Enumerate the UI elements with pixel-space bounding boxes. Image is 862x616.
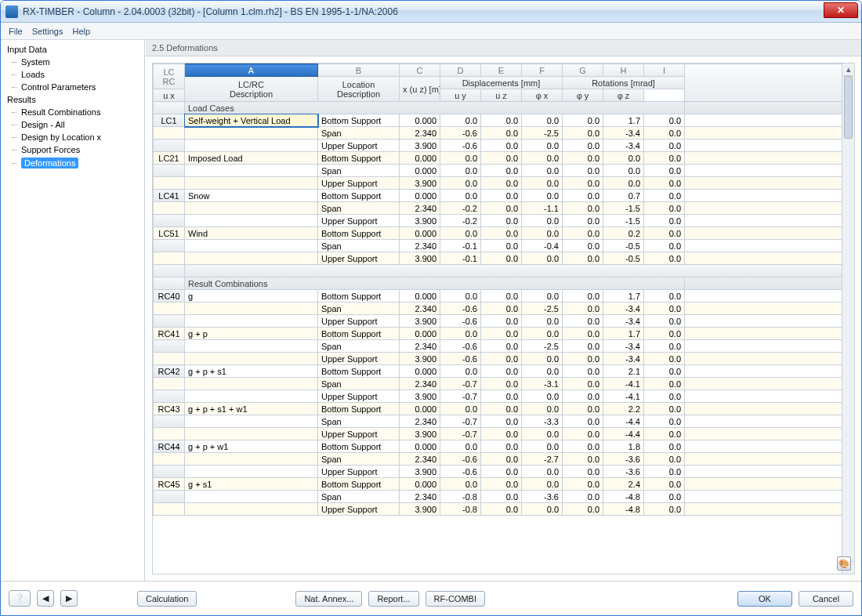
table-row[interactable]: Span2.340-0.80.0-3.60.0-4.80.0 (154, 491, 854, 503)
cell-lc[interactable] (154, 202, 185, 215)
col-letter-h[interactable]: H (603, 64, 644, 77)
cell-loc[interactable]: Bottom Support (318, 152, 400, 165)
cell-desc[interactable] (185, 215, 318, 227)
cell-ux[interactable]: -0.8 (440, 491, 481, 503)
cell-phy[interactable]: 1.7 (603, 114, 644, 127)
cell-phx[interactable]: 0.0 (563, 202, 603, 215)
cell-desc[interactable] (185, 453, 318, 466)
table-row[interactable]: Upper Support3.900-0.60.00.00.0-3.60.0 (154, 466, 854, 478)
cell-uy[interactable]: 0.0 (481, 466, 522, 478)
cell-phz[interactable]: 0.0 (644, 503, 685, 516)
table-row[interactable]: Upper Support3.900-0.20.00.00.0-1.50.0 (154, 215, 854, 227)
cell-phy[interactable]: -4.4 (603, 428, 644, 440)
cell-phy[interactable]: -4.1 (603, 390, 644, 403)
cell-x[interactable]: 0.000 (400, 290, 440, 303)
cell-phz[interactable]: 0.0 (644, 328, 685, 340)
table-row[interactable]: Span0.0000.00.00.00.00.00.0 (154, 165, 854, 177)
cell-lc[interactable] (154, 140, 185, 152)
menu-settings[interactable]: Settings (32, 27, 63, 36)
cell-lc[interactable]: RC42 (154, 365, 185, 378)
nav-design-all[interactable]: Design - All (2, 118, 143, 131)
col-x[interactable]: x (u z) [m] (400, 77, 440, 102)
cell-uy[interactable]: 0.0 (481, 140, 522, 152)
cell-phx[interactable]: 0.0 (563, 491, 603, 503)
cell-uy[interactable]: 0.0 (481, 240, 522, 252)
cell-phy[interactable]: -3.4 (603, 140, 644, 152)
cell-loc[interactable]: Upper Support (318, 315, 400, 328)
cell-phy[interactable]: -4.4 (603, 415, 644, 428)
cell-uz[interactable]: 0.0 (522, 365, 563, 378)
table-row[interactable]: RC45g + s1Bottom Support0.0000.00.00.00.… (154, 478, 854, 491)
col-lcrc[interactable]: LCRC (154, 64, 185, 89)
cell-phz[interactable]: 0.0 (644, 140, 685, 152)
cell-uz[interactable]: 0.0 (522, 114, 563, 127)
cell-lc[interactable] (154, 503, 185, 516)
cell-uy[interactable]: 0.0 (481, 453, 522, 466)
cell-desc[interactable] (185, 303, 318, 315)
cell-x[interactable]: 3.900 (400, 466, 440, 478)
cell-phy[interactable]: -0.5 (603, 240, 644, 252)
cell-lc[interactable] (154, 315, 185, 328)
cell-x[interactable]: 2.340 (400, 453, 440, 466)
cell-phy[interactable]: -4.1 (603, 378, 644, 390)
cell-uz[interactable]: 0.0 (522, 428, 563, 440)
cell-ux[interactable]: 0.0 (440, 177, 481, 190)
cell-uz[interactable]: 0.0 (522, 353, 563, 365)
cell-uy[interactable]: 0.0 (481, 202, 522, 215)
cell-phx[interactable]: 0.0 (563, 303, 603, 315)
cell-phy[interactable]: -4.8 (603, 503, 644, 516)
vertical-scrollbar[interactable]: ▴ ▾ (842, 63, 854, 574)
table-row[interactable]: Upper Support3.900-0.70.00.00.0-4.40.0 (154, 428, 854, 440)
cell-uy[interactable]: 0.0 (481, 290, 522, 303)
cell-uy[interactable]: 0.0 (481, 190, 522, 202)
cell-loc[interactable]: Bottom Support (318, 365, 400, 378)
cell-uy[interactable]: 0.0 (481, 215, 522, 227)
cell-x[interactable]: 3.900 (400, 315, 440, 328)
cell-lc[interactable]: RC41 (154, 328, 185, 340)
cell-lc[interactable]: LC51 (154, 227, 185, 240)
cell-x[interactable]: 0.000 (400, 152, 440, 165)
cell-loc[interactable]: Bottom Support (318, 440, 400, 453)
cell-loc[interactable]: Bottom Support (318, 114, 400, 127)
cell-desc[interactable] (185, 503, 318, 516)
cell-x[interactable]: 0.000 (400, 478, 440, 491)
cell-lc[interactable] (154, 127, 185, 140)
cell-x[interactable]: 2.340 (400, 240, 440, 252)
cell-phy[interactable]: -1.5 (603, 202, 644, 215)
nav-support-forces[interactable]: Support Forces (2, 143, 143, 156)
cell-phy[interactable]: 2.4 (603, 478, 644, 491)
cell-desc[interactable] (185, 165, 318, 177)
cell-loc[interactable]: Span (318, 453, 400, 466)
scroll-up-icon[interactable]: ▴ (842, 63, 854, 76)
cell-phz[interactable]: 0.0 (644, 340, 685, 353)
col-lcrc-desc[interactable]: LC/RCDescription (185, 77, 318, 102)
cell-lc[interactable] (154, 466, 185, 478)
cell-phz[interactable]: 0.0 (644, 491, 685, 503)
cell-phz[interactable]: 0.0 (644, 127, 685, 140)
cell-phx[interactable]: 0.0 (563, 252, 603, 265)
cell-uz[interactable]: 0.0 (522, 315, 563, 328)
cell-x[interactable]: 0.000 (400, 365, 440, 378)
table-row[interactable]: Upper Support3.900-0.70.00.00.0-4.10.0 (154, 390, 854, 403)
cell-x[interactable]: 0.000 (400, 403, 440, 415)
cell-desc[interactable] (185, 177, 318, 190)
table-row[interactable]: LC21Imposed LoadBottom Support0.0000.00.… (154, 152, 854, 165)
cell-phz[interactable]: 0.0 (644, 303, 685, 315)
cell-uz[interactable]: -3.6 (522, 491, 563, 503)
cell-uz[interactable]: 0.0 (522, 466, 563, 478)
cell-ux[interactable]: -0.7 (440, 378, 481, 390)
col-location-desc[interactable]: LocationDescription (318, 77, 400, 102)
table-row[interactable]: Upper Support3.900-0.60.00.00.0-3.40.0 (154, 140, 854, 152)
cell-phy[interactable]: -1.5 (603, 215, 644, 227)
cell-phz[interactable]: 0.0 (644, 353, 685, 365)
cell-phy[interactable]: 0.7 (603, 190, 644, 202)
col-uz[interactable]: u z (481, 89, 522, 102)
cell-ux[interactable]: -0.6 (440, 303, 481, 315)
cell-uz[interactable]: 0.0 (522, 478, 563, 491)
table-row[interactable]: Upper Support3.900-0.80.00.00.0-4.80.0 (154, 503, 854, 516)
cell-loc[interactable]: Bottom Support (318, 328, 400, 340)
cell-uy[interactable]: 0.0 (481, 378, 522, 390)
cell-ux[interactable]: -0.1 (440, 240, 481, 252)
cell-phz[interactable]: 0.0 (644, 252, 685, 265)
cell-lc[interactable] (154, 215, 185, 227)
